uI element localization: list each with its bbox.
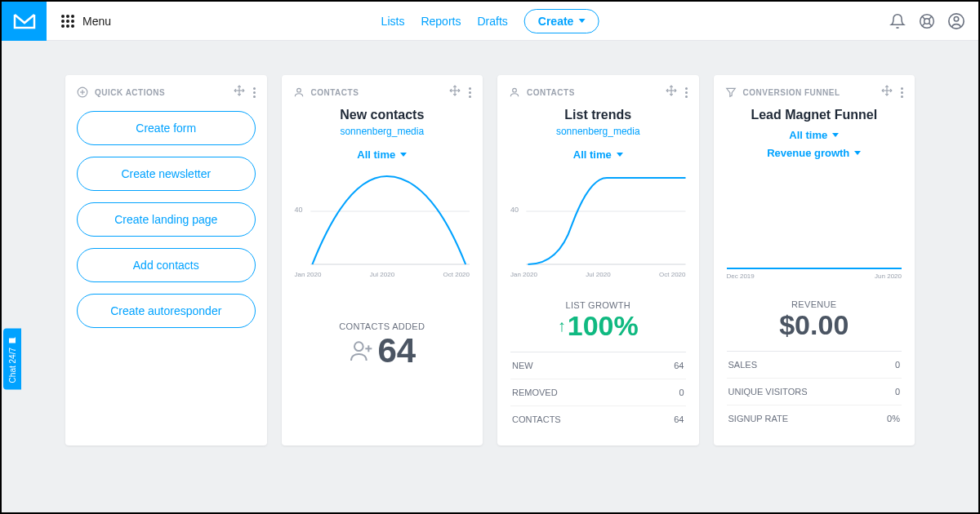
qa-create-newsletter[interactable]: Create newsletter: [77, 157, 256, 191]
revenue-value: $0.00: [727, 309, 902, 341]
menu-button[interactable]: Menu: [47, 15, 126, 28]
x-tick: Jan 2020: [295, 271, 322, 278]
card-title: Lead Magnet Funnel: [727, 108, 902, 122]
svg-point-21: [513, 88, 517, 92]
more-options-icon[interactable]: [253, 87, 256, 98]
list-selector[interactable]: sonnenberg_media: [295, 126, 470, 137]
nav-center: Lists Reports Drafts Create: [381, 9, 599, 33]
metric-label: REVENUE: [727, 299, 902, 309]
x-tick: Jan 2020: [510, 271, 537, 278]
trends-stats: NEW64 REMOVED0 CONTACTS64: [510, 352, 686, 432]
x-tick: Jun 2020: [875, 273, 902, 280]
list-trends-chart: 40 Jan 2020 Jul 2020 Oct 2020: [510, 168, 686, 281]
list-trends-card: CONTACTS List trends sonnenberg_media Al…: [497, 75, 699, 445]
help-button[interactable]: [918, 12, 936, 30]
time-filter[interactable]: All time: [573, 148, 623, 161]
svg-point-18: [354, 342, 363, 351]
envelope-icon: [13, 13, 36, 29]
app-logo[interactable]: [2, 2, 47, 41]
new-contacts-chart: 40 Jan 2020 Jul 2020 Oct 2020: [295, 168, 470, 281]
x-tick: Jul 2020: [586, 271, 610, 278]
time-filter[interactable]: All time: [789, 129, 839, 141]
more-options-icon[interactable]: [901, 87, 903, 98]
chevron-down-icon: [854, 151, 861, 155]
arrow-up-icon: ↑: [558, 317, 566, 335]
card-title: New contacts: [295, 108, 470, 122]
move-icon[interactable]: [449, 85, 461, 100]
more-options-icon[interactable]: [685, 87, 688, 98]
chevron-down-icon: [578, 19, 585, 23]
svg-line-4: [929, 16, 932, 20]
chevron-down-icon: [617, 153, 623, 157]
chevron-down-icon: [400, 153, 407, 157]
card-header-title: QUICK ACTIONS: [95, 88, 165, 97]
svg-point-13: [296, 88, 301, 92]
user-icon: [293, 86, 305, 98]
quick-actions-card: QUICK ACTIONS Create form Create newslet…: [65, 75, 267, 445]
nav-reports[interactable]: Reports: [421, 15, 461, 28]
dashboard: QUICK ACTIONS Create form Create newslet…: [2, 41, 978, 445]
metric-filter[interactable]: Revenue growth: [767, 147, 861, 159]
topbar-right: [889, 12, 978, 30]
chat-icon: [7, 335, 17, 344]
stat-row: SALES0: [727, 351, 902, 378]
user-plus-icon: [348, 338, 374, 364]
funnel-stats: SALES0 UNIQUE VISITORS0 SIGNUP RATE0%: [727, 351, 902, 432]
bell-icon: [889, 13, 906, 29]
nav-drafts[interactable]: Drafts: [477, 15, 507, 28]
apps-grid-icon: [61, 15, 74, 28]
card-header-title: CONTACTS: [311, 88, 359, 97]
notifications-button[interactable]: [889, 12, 906, 30]
card-title: List trends: [510, 108, 686, 122]
stat-row: REMOVED0: [510, 379, 686, 405]
qa-add-contacts[interactable]: Add contacts: [77, 248, 256, 282]
svg-line-5: [922, 23, 925, 26]
more-options-icon[interactable]: [469, 87, 471, 98]
lifebuoy-icon: [919, 13, 935, 29]
x-tick: Jul 2020: [370, 271, 394, 278]
user-icon: [509, 86, 520, 98]
x-tick: Oct 2020: [659, 271, 685, 278]
stat-row: UNIQUE VISITORS0: [727, 378, 902, 405]
qa-create-landing-page[interactable]: Create landing page: [77, 202, 256, 237]
qa-create-form[interactable]: Create form: [77, 111, 256, 145]
card-header-title: CONTACTS: [527, 88, 575, 97]
svg-line-2: [922, 16, 925, 20]
metric-label: LIST GROWTH: [510, 300, 686, 310]
time-filter[interactable]: All time: [357, 148, 407, 161]
revenue-chart: [727, 178, 902, 269]
stat-row: SIGNUP RATE0%: [727, 405, 902, 432]
card-header-title: CONVERSION FUNNEL: [743, 88, 840, 97]
list-growth-value: ↑ 100%: [510, 310, 686, 342]
chevron-down-icon: [832, 133, 839, 137]
qa-create-autoresponder[interactable]: Create autoresponder: [77, 294, 256, 328]
create-button-label: Create: [538, 15, 574, 28]
svg-point-7: [954, 16, 959, 21]
list-selector[interactable]: sonnenberg_media: [510, 126, 686, 137]
create-button[interactable]: Create: [524, 9, 599, 33]
account-button[interactable]: [947, 12, 965, 30]
contacts-added-value: 64: [295, 331, 470, 370]
x-tick: Dec 2019: [727, 273, 755, 280]
menu-label: Menu: [82, 15, 111, 28]
move-icon[interactable]: [881, 85, 893, 100]
svg-line-3: [929, 23, 932, 26]
metric-label: CONTACTS ADDED: [295, 321, 470, 331]
funnel-icon: [725, 86, 737, 98]
x-tick: Oct 2020: [443, 271, 470, 278]
plus-circle-icon: [77, 86, 88, 98]
stat-row: CONTACTS64: [510, 405, 686, 432]
move-icon[interactable]: [666, 85, 677, 100]
topbar: Menu Lists Reports Drafts Create: [2, 2, 978, 41]
conversion-funnel-card: CONVERSION FUNNEL Lead Magnet Funnel All…: [714, 75, 915, 445]
chat-tab[interactable]: Chat 24/7: [3, 328, 21, 389]
new-contacts-card: CONTACTS New contacts sonnenberg_media A…: [282, 75, 483, 445]
user-circle-icon: [947, 12, 965, 30]
move-icon[interactable]: [234, 85, 245, 100]
stat-row: NEW64: [510, 352, 686, 379]
nav-lists[interactable]: Lists: [381, 15, 405, 28]
